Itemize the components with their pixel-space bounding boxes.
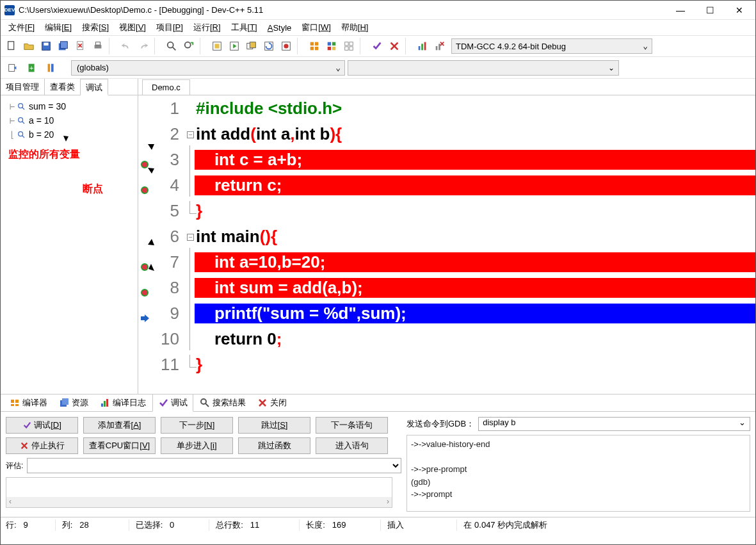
debug-button[interactable]: 调试[D] xyxy=(6,417,78,434)
watch-item[interactable]: ⊢a = 10 xyxy=(7,113,135,127)
debug-button[interactable] xyxy=(278,38,294,54)
sidebar-tab[interactable]: 调试 xyxy=(81,79,108,95)
code-area[interactable]: 1#include <stdio.h>2−int add(int a,int b… xyxy=(138,95,755,394)
save-all-button[interactable] xyxy=(55,38,72,54)
watch-list[interactable]: ⊢sum = 30⊢a = 10⌊b = 20 xyxy=(1,95,138,144)
tool-grid3[interactable] xyxy=(341,38,357,54)
code-line[interactable]: 1#include <stdio.h> xyxy=(138,95,755,121)
scope-selector[interactable]: (globals) xyxy=(71,60,345,76)
code-line[interactable]: 4 return c; xyxy=(138,172,755,198)
compile-button[interactable] xyxy=(209,38,225,54)
debug-button[interactable]: 停止执行 xyxy=(6,437,78,454)
replace-button[interactable] xyxy=(181,38,197,54)
menu-item[interactable]: 窗口[W] xyxy=(298,20,335,35)
gdb-command-input[interactable]: display b xyxy=(478,417,750,431)
tool-grid1[interactable] xyxy=(306,38,323,54)
rebuild-button[interactable] xyxy=(261,38,277,54)
breakpoint-icon[interactable] xyxy=(140,282,150,293)
code-line[interactable]: 8 int sum = add(a,b); xyxy=(138,275,755,300)
run-button[interactable] xyxy=(226,38,243,54)
code-line[interactable]: 6−int main(){ xyxy=(138,224,755,249)
minimize-button[interactable]: — xyxy=(666,1,695,20)
bottom-tab[interactable]: 搜索结果 xyxy=(195,395,251,411)
new-file-button[interactable] xyxy=(3,38,20,54)
add-bookmark-button[interactable]: + xyxy=(24,60,40,76)
find-button[interactable] xyxy=(163,38,180,54)
menu-item[interactable]: 帮助[H] xyxy=(337,20,373,35)
redo-button[interactable] xyxy=(135,38,152,54)
sidebar: 项目管理查看类调试 ⊢sum = 30⊢a = 10⌊b = 20 监控的所有变… xyxy=(1,79,138,394)
eval-output[interactable]: ‹› xyxy=(6,477,392,508)
function-selector[interactable] xyxy=(348,60,619,76)
menu-item[interactable]: 项目[P] xyxy=(152,20,187,35)
code-line[interactable]: 2−int add(int a,int b){ xyxy=(138,121,755,147)
svg-line-44 xyxy=(22,108,24,110)
code-line[interactable]: 10 return 0; xyxy=(138,326,755,352)
svg-text:+: + xyxy=(29,63,33,71)
menu-item[interactable]: 运行[R] xyxy=(189,20,225,35)
debug-button[interactable]: 下一步[N] xyxy=(161,417,233,434)
code-line[interactable]: 5} xyxy=(138,198,755,224)
editor-tab-active[interactable]: Demo.c xyxy=(142,79,190,95)
open-button[interactable] xyxy=(20,38,37,54)
svg-point-43 xyxy=(19,104,23,108)
code-line[interactable]: 11} xyxy=(138,352,755,377)
code-line[interactable]: 7 int a=10,b=20; xyxy=(138,249,755,275)
debug-button[interactable]: 跳过[S] xyxy=(238,417,310,434)
debug-button[interactable]: 单步进入[i] xyxy=(161,437,233,454)
menu-item[interactable]: AStyle xyxy=(264,22,296,34)
code-line[interactable]: 3 int c = a+b; xyxy=(138,147,755,172)
compiler-selector[interactable]: TDM-GCC 4.9.2 64-bit Debug xyxy=(451,38,652,54)
chart-x-button[interactable] xyxy=(431,38,448,54)
svg-rect-71 xyxy=(104,401,106,407)
current-line-icon xyxy=(140,308,150,318)
compile-run-button[interactable] xyxy=(243,38,260,54)
cancel-x-button[interactable] xyxy=(386,38,403,54)
menu-item[interactable]: 视图[V] xyxy=(115,20,150,35)
bottom-tab[interactable]: 关闭 xyxy=(252,395,292,411)
chart-button[interactable] xyxy=(414,38,431,54)
svg-point-73 xyxy=(201,399,206,404)
undo-button[interactable] xyxy=(118,38,134,54)
print-button[interactable] xyxy=(90,38,106,54)
svg-rect-37 xyxy=(9,64,15,71)
debug-button[interactable]: 添加查看[A] xyxy=(83,417,156,434)
maximize-button[interactable]: ☐ xyxy=(695,1,725,20)
status-bar: 行: 9 列: 28 已选择: 0 总行数: 11 长度: 169 插入 在 0… xyxy=(1,517,755,532)
debug-button[interactable]: 跳过函数 xyxy=(238,437,310,454)
close-file-button[interactable] xyxy=(72,38,89,54)
save-button[interactable] xyxy=(38,38,54,54)
bottom-tab[interactable]: 资源 xyxy=(54,395,93,411)
check-button[interactable] xyxy=(369,38,385,54)
bottom-tab[interactable]: 调试 xyxy=(152,394,193,412)
watch-item[interactable]: ⊢sum = 30 xyxy=(7,99,135,113)
breakpoint-icon[interactable] xyxy=(140,154,150,165)
debug-button[interactable]: 查看CPU窗口[V] xyxy=(83,437,156,454)
menu-bar: 文件[F]编辑[E]搜索[S]视图[V]项目[P]运行[R]工具[T]AStyl… xyxy=(1,20,755,35)
close-button[interactable]: ✕ xyxy=(725,1,754,20)
eval-label: 评估: xyxy=(6,460,23,471)
eval-input[interactable] xyxy=(27,458,401,473)
sidebar-tab[interactable]: 项目管理 xyxy=(1,79,45,95)
menu-item[interactable]: 文件[F] xyxy=(4,20,38,35)
navigator-back-button[interactable] xyxy=(4,60,21,76)
bookmark-list-button[interactable] xyxy=(43,60,60,76)
sidebar-tab[interactable]: 查看类 xyxy=(45,79,81,95)
code-line[interactable]: 9 printf("sum = %d",sum); xyxy=(138,300,755,326)
svg-rect-31 xyxy=(350,47,353,50)
menu-item[interactable]: 编辑[E] xyxy=(41,20,76,35)
debug-button[interactable]: 进入语句 xyxy=(316,437,388,454)
breakpoint-icon[interactable] xyxy=(140,257,150,267)
svg-point-10 xyxy=(185,42,191,48)
bottom-tab[interactable]: 编译日志 xyxy=(95,395,151,411)
tool-grid2[interactable] xyxy=(323,38,340,54)
menu-item[interactable]: 搜索[S] xyxy=(78,20,113,35)
watch-item[interactable]: ⌊b = 20 xyxy=(7,127,135,142)
breakpoint-icon[interactable] xyxy=(140,180,150,190)
bottom-tab[interactable]: 编译器 xyxy=(4,395,52,411)
gdb-output[interactable]: ->->value-history-end ->->pre-prompt(gdb… xyxy=(406,435,750,512)
svg-line-74 xyxy=(205,403,209,407)
menu-item[interactable]: 工具[T] xyxy=(227,20,261,35)
svg-rect-42 xyxy=(51,63,54,72)
debug-button[interactable]: 下一条语句 xyxy=(316,417,388,434)
